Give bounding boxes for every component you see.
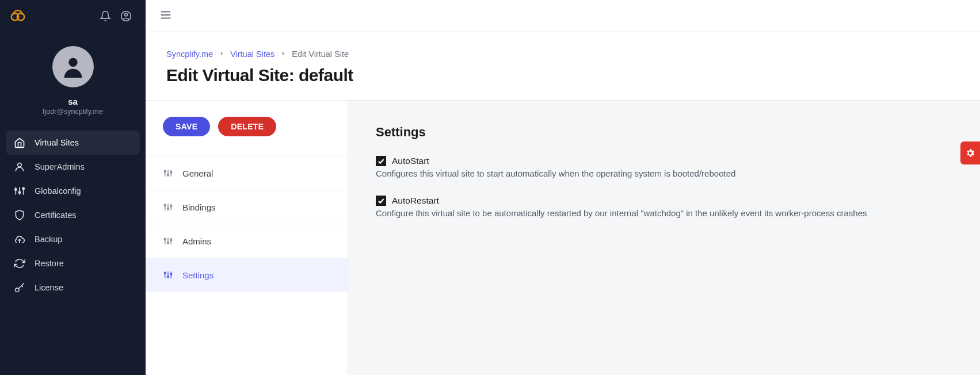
breadcrumb-link-root[interactable]: Syncplify.me <box>166 49 213 59</box>
sidebar-item-label: SuperAdmins <box>35 162 85 171</box>
cloud-upload-icon <box>14 234 25 245</box>
sliders-icon <box>163 236 173 246</box>
svg-point-13 <box>16 288 20 292</box>
check-icon <box>377 197 385 205</box>
app-logo-icon <box>9 7 26 25</box>
content: Syncplify.me Virtual Sites Edit Virtual … <box>146 32 980 375</box>
subnav-label: Settings <box>182 270 213 280</box>
checkbox-autorestart[interactable] <box>376 196 386 206</box>
subnav-label: Bindings <box>182 202 216 212</box>
svg-point-9 <box>15 189 17 190</box>
svg-point-10 <box>18 192 20 193</box>
section-title: Settings <box>376 125 952 140</box>
sidebar-nav: Virtual Sites SuperAdmins Globalconfig C… <box>0 127 146 303</box>
sidebar-item-label: Certificates <box>35 211 77 220</box>
gear-icon <box>965 148 975 158</box>
save-button[interactable]: SAVE <box>163 117 210 136</box>
home-icon <box>14 137 25 148</box>
setting-label: AutoStart <box>392 156 429 166</box>
sidebar-top <box>0 0 146 32</box>
setting-description: Configure this virtual site to be automa… <box>376 208 952 218</box>
sliders-icon <box>163 270 173 280</box>
chevron-right-icon <box>280 50 286 58</box>
check-icon <box>377 157 385 165</box>
sidebar-item-superadmins[interactable]: SuperAdmins <box>6 155 140 179</box>
delete-button[interactable]: DELETE <box>218 117 276 136</box>
svg-point-11 <box>22 188 24 189</box>
svg-point-3 <box>125 13 128 16</box>
key-icon <box>14 282 25 293</box>
setting-description: Configures this virtual site to start au… <box>376 169 952 178</box>
page-title: Edit Virtual Site: default <box>166 66 959 85</box>
subnav-settings[interactable]: Settings <box>146 258 348 292</box>
subnav-admins[interactable]: Admins <box>146 224 348 258</box>
sidebar-item-certificates[interactable]: Certificates <box>6 203 140 227</box>
checkbox-autostart[interactable] <box>376 156 386 166</box>
page-header: Syncplify.me Virtual Sites Edit Virtual … <box>146 32 980 100</box>
refresh-icon <box>14 258 25 269</box>
left-panel: SAVE DELETE General Bindings Admins <box>146 101 348 375</box>
sidebar-item-license[interactable]: License <box>6 275 140 300</box>
subnav: General Bindings Admins Settings <box>146 156 348 292</box>
sidebar-item-virtual-sites[interactable]: Virtual Sites <box>6 131 140 155</box>
main: Syncplify.me Virtual Sites Edit Virtual … <box>146 0 980 375</box>
breadcrumb-link-virtual-sites[interactable]: Virtual Sites <box>230 49 274 59</box>
shield-icon <box>14 209 25 221</box>
user-circle-icon[interactable] <box>116 6 136 26</box>
topbar <box>146 0 980 32</box>
svg-point-5 <box>18 163 22 167</box>
bell-icon[interactable] <box>95 6 116 26</box>
settings-panel: Settings AutoStart Configures this virtu… <box>348 101 980 375</box>
setting-autostart: AutoStart Configures this virtual site t… <box>376 156 952 178</box>
subnav-label: Admins <box>182 236 211 246</box>
action-buttons: SAVE DELETE <box>146 101 348 156</box>
sliders-icon <box>163 202 173 212</box>
breadcrumb-current: Edit Virtual Site <box>292 49 349 59</box>
profile-username: sa <box>68 97 78 106</box>
setting-autorestart: AutoRestart Configure this virtual site … <box>376 196 952 218</box>
sliders-icon <box>14 185 25 197</box>
subnav-bindings[interactable]: Bindings <box>146 190 348 224</box>
sidebar-item-label: Virtual Sites <box>35 138 79 147</box>
menu-toggle-icon[interactable] <box>159 9 172 24</box>
floating-settings-button[interactable] <box>960 141 980 164</box>
panel-row: SAVE DELETE General Bindings Admins <box>146 100 980 375</box>
svg-point-4 <box>68 58 77 67</box>
sidebar-item-label: License <box>35 283 63 292</box>
subnav-general[interactable]: General <box>146 156 348 190</box>
sidebar-item-label: Backup <box>35 235 62 244</box>
setting-label: AutoRestart <box>392 196 439 206</box>
profile-email: fjodr@syncplify.me <box>43 108 103 116</box>
avatar <box>52 46 94 87</box>
sliders-icon <box>163 168 173 178</box>
user-icon <box>14 161 25 173</box>
breadcrumb: Syncplify.me Virtual Sites Edit Virtual … <box>166 49 959 59</box>
sidebar: sa fjodr@syncplify.me Virtual Sites Supe… <box>0 0 146 375</box>
sidebar-item-label: Globalconfig <box>35 186 81 196</box>
sidebar-item-globalconfig[interactable]: Globalconfig <box>6 179 140 203</box>
sidebar-item-backup[interactable]: Backup <box>6 227 140 251</box>
sidebar-item-label: Restore <box>35 259 64 268</box>
sidebar-item-restore[interactable]: Restore <box>6 251 140 275</box>
profile-block: sa fjodr@syncplify.me <box>0 32 146 127</box>
subnav-label: General <box>182 169 213 178</box>
chevron-right-icon <box>219 50 224 58</box>
